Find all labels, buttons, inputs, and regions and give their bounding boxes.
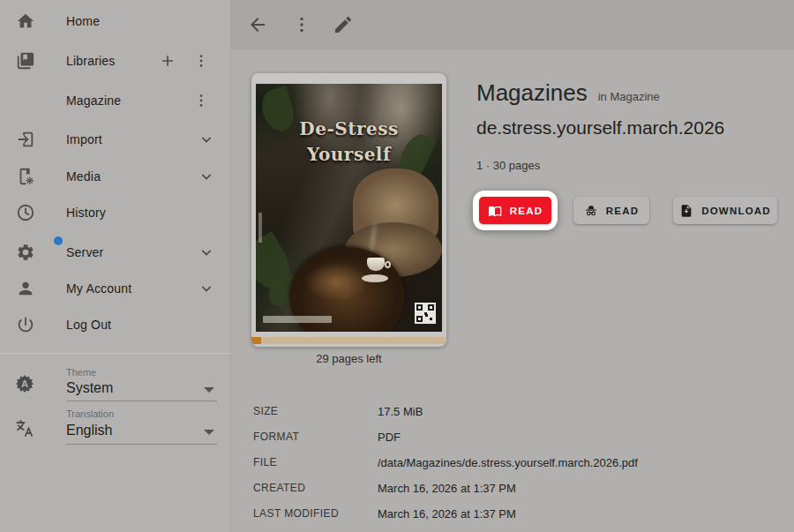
translation-value: English (66, 423, 112, 438)
cover-image: De-Stress Yourself (256, 84, 442, 332)
magazine-kebab-icon[interactable] (190, 89, 213, 112)
detail-value: March 16, 2026 at 1:37 PM (378, 507, 516, 521)
sidebar-item-label: Server (66, 245, 103, 259)
chevron-down-icon (198, 280, 215, 297)
cover-table-sheen (304, 262, 368, 302)
svg-text:A: A (21, 378, 28, 389)
read-button-label: READ (510, 206, 543, 216)
cover-cup-handle (385, 261, 391, 268)
translation-select[interactable]: Translation English (0, 406, 231, 446)
detail-value: /data/Magazines/de.stress.yourself.march… (378, 456, 638, 469)
sidebar-item-import[interactable]: Import (0, 124, 231, 154)
import-icon (15, 129, 36, 150)
detail-label: LAST MODIFIED (253, 507, 339, 520)
read-progress-bar (251, 337, 446, 344)
cover-masthead-decor (263, 316, 332, 323)
item-title: de.stress.yourself.march.2026 (476, 117, 724, 139)
history-icon (15, 202, 36, 223)
libraries-kebab-icon[interactable] (190, 49, 213, 72)
sidebar-item-label: Libraries (66, 54, 116, 68)
translate-icon (14, 418, 35, 439)
detail-value: PDF (378, 431, 401, 444)
open-book-icon (488, 204, 502, 218)
detail-label: SIZE (253, 405, 278, 417)
sidebar-item-my-account[interactable]: My Account (0, 273, 231, 303)
toolbar (231, 0, 794, 49)
select-underline (66, 444, 217, 445)
sidebar-item-label: My Account (66, 281, 131, 296)
sidebar-item-label: Media (66, 169, 101, 184)
cover-qr-code (415, 303, 436, 324)
read-incognito-button-label: READ (606, 206, 639, 216)
detail-value: 17.5 MiB (378, 405, 423, 418)
media-settings-icon (15, 166, 36, 187)
detail-label: FILE (253, 456, 277, 468)
sidebar-item-server[interactable]: Server (0, 237, 231, 267)
dropdown-arrow-icon (204, 387, 214, 393)
sidebar-divider (0, 353, 231, 354)
read-progress-fill (251, 337, 261, 344)
read-button[interactable]: READ (479, 197, 551, 224)
edit-pencil-icon[interactable] (332, 13, 355, 36)
sidebar-item-libraries[interactable]: Libraries (0, 46, 231, 76)
notification-dot (54, 236, 63, 245)
download-button[interactable]: DOWNLOAD (673, 197, 777, 224)
detail-row-format: FORMAT PDF (253, 431, 783, 445)
sidebar-item-label: Magazine (66, 94, 121, 108)
cover-card[interactable]: De-Stress Yourself (251, 73, 446, 347)
detail-value: March 16, 2026 at 1:37 PM (378, 482, 516, 495)
server-settings-icon (15, 242, 36, 263)
detail-row-file: FILE /data/Magazines/de.stress.yourself.… (253, 456, 783, 470)
download-button-label: DOWNLOAD (701, 206, 771, 216)
dropdown-arrow-icon (204, 430, 214, 435)
theme-label: Theme (66, 367, 96, 378)
cover-spine-decor (258, 213, 262, 243)
detail-row-last-modified: LAST MODIFIED March 16, 2026 at 1:37 PM (253, 507, 783, 521)
sidebar-item-history[interactable]: History (0, 198, 231, 228)
sidebar-item-media[interactable]: Media (0, 161, 231, 191)
series-title[interactable]: Magazines (476, 79, 588, 107)
download-file-icon (679, 204, 693, 218)
cover-coffee-cup (367, 258, 385, 271)
translation-label: Translation (66, 408, 114, 419)
chevron-down-icon (198, 131, 215, 148)
select-underline (66, 401, 217, 401)
theme-icon: A (14, 373, 35, 394)
sidebar-item-magazine[interactable]: Magazine (0, 86, 231, 116)
detail-label: FORMAT (253, 431, 299, 443)
app-screen: Home Libraries Magazine Import (0, 0, 794, 532)
back-arrow-icon[interactable] (246, 13, 269, 36)
detail-row-size: SIZE 17.5 MiB (253, 405, 783, 419)
sidebar-item-label: Home (66, 14, 100, 28)
sidebar: Home Libraries Magazine Import (0, 0, 231, 532)
incognito-icon (584, 204, 598, 218)
person-icon (15, 278, 36, 299)
theme-select[interactable]: A Theme System (0, 364, 231, 403)
sidebar-item-home[interactable]: Home (0, 6, 231, 36)
sidebar-item-label: Log Out (66, 318, 111, 332)
sidebar-item-log-out[interactable]: Log Out (0, 310, 231, 340)
pages-left-text: 29 pages left (251, 352, 446, 365)
detail-row-created: CREATED March 16, 2026 at 1:37 PM (253, 482, 783, 496)
pages-info: 1 · 30 pages (476, 159, 540, 172)
detail-label: CREATED (253, 482, 305, 494)
chevron-down-icon (198, 244, 215, 261)
more-options-kebab-icon[interactable] (290, 13, 313, 36)
chevron-down-icon (198, 168, 215, 185)
power-icon (15, 314, 36, 335)
sidebar-item-label: Import (66, 132, 102, 146)
add-library-icon[interactable] (156, 49, 179, 72)
home-icon (15, 11, 36, 32)
sidebar-item-label: History (66, 206, 106, 220)
series-context: in Magazine (598, 90, 660, 103)
read-incognito-button[interactable]: READ (573, 197, 649, 224)
series-title-line: Magazines in Magazine (476, 79, 660, 107)
cover-title: De-Stress Yourself (256, 116, 442, 168)
theme-value: System (66, 380, 113, 396)
libraries-icon (15, 50, 36, 71)
